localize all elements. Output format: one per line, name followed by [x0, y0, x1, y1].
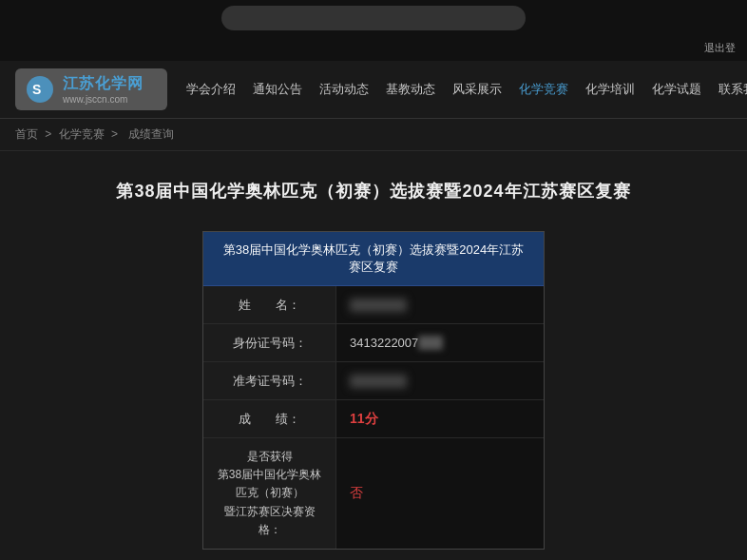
svg-text:S: S	[32, 82, 41, 97]
main-nav: 学会介绍 通知公告 活动动态 基教动态 风采展示 化学竞赛 化学培训 化学试题 …	[186, 81, 747, 98]
table-row-name: 姓 名：	[203, 286, 544, 324]
main-content: 第38届中国化学奥林匹克（初赛）选拔赛暨2024年江苏赛区复赛 第38届中国化学…	[0, 151, 747, 560]
qual-label-line3: 暨江苏赛区决赛资格：	[215, 503, 324, 539]
label-qualification: 是否获得 第38届中国化学奥林匹克（初赛） 暨江苏赛区决赛资格：	[203, 438, 336, 549]
breadcrumb-competition[interactable]: 化学竞赛	[59, 127, 105, 141]
breadcrumb-home[interactable]: 首页	[15, 127, 38, 141]
table-row-exam-number: 准考证号码：	[203, 362, 544, 400]
logo-area[interactable]: S 江苏化学网 www.jsccn.com	[15, 68, 167, 110]
logout-link[interactable]: 退出登	[704, 41, 736, 55]
search-input[interactable]	[221, 6, 526, 30]
breadcrumb-sep1: >	[45, 127, 54, 141]
logo-text: 江苏化学网 www.jsccn.com	[63, 74, 144, 105]
value-name	[336, 286, 544, 323]
label-name: 姓 名：	[203, 286, 336, 323]
nav-item-competition[interactable]: 化学竞赛	[519, 81, 568, 98]
table-row-score: 成 绩： 11分	[203, 400, 544, 438]
qual-label-line2: 第38届中国化学奥林匹克（初赛）	[215, 466, 324, 502]
nav-item-activity[interactable]: 活动动态	[319, 81, 369, 98]
label-score: 成 绩：	[203, 400, 336, 437]
nav-item-notice[interactable]: 通知公告	[253, 81, 302, 98]
result-table: 第38届中国化学奥林匹克（初赛）选拔赛暨2024年江苏赛区复赛 姓 名： 身份证…	[202, 231, 545, 550]
breadcrumb-current: 成绩查询	[128, 127, 174, 141]
qual-label-line1: 是否获得	[247, 448, 293, 466]
redacted-id	[418, 336, 442, 350]
value-score: 11分	[336, 400, 544, 437]
result-table-header: 第38届中国化学奥林匹克（初赛）选拔赛暨2024年江苏赛区复赛	[203, 232, 544, 286]
value-qualification: 否	[336, 438, 544, 549]
logo-title: 江苏化学网	[63, 74, 144, 94]
site-header: S 江苏化学网 www.jsccn.com 学会介绍 通知公告 活动动态 基教动…	[0, 61, 747, 119]
label-exam-number: 准考证号码：	[203, 362, 336, 399]
id-prefix: 3413222007	[350, 336, 418, 350]
topbar: 退出登	[0, 34, 747, 61]
label-id: 身份证号码：	[203, 324, 336, 361]
value-id: 3413222007	[336, 324, 544, 361]
logo-subtitle: www.jsccn.com	[63, 94, 144, 105]
table-row-qualification: 是否获得 第38届中国化学奥林匹克（初赛） 暨江苏赛区决赛资格： 否	[203, 438, 544, 549]
value-exam-number	[336, 362, 544, 399]
redacted-name	[350, 299, 407, 312]
table-row-id: 身份证号码： 3413222007	[203, 324, 544, 362]
nav-item-exam[interactable]: 化学试题	[652, 81, 701, 98]
breadcrumb-sep2: >	[111, 127, 121, 141]
redacted-exam-number	[350, 375, 407, 388]
nav-item-style[interactable]: 风采展示	[452, 81, 502, 98]
breadcrumb: 首页 > 化学竞赛 > 成绩查询	[0, 119, 747, 151]
nav-item-contact[interactable]: 联系我们	[718, 81, 747, 98]
nav-item-basic[interactable]: 基教动态	[386, 81, 435, 98]
logo-icon: S	[25, 74, 55, 105]
nav-item-training[interactable]: 化学培训	[585, 81, 635, 98]
nav-item-intro[interactable]: 学会介绍	[186, 81, 236, 98]
search-bar-area	[0, 0, 747, 34]
page-title: 第38届中国化学奥林匹克（初赛）选拔赛暨2024年江苏赛区复赛	[38, 180, 709, 203]
